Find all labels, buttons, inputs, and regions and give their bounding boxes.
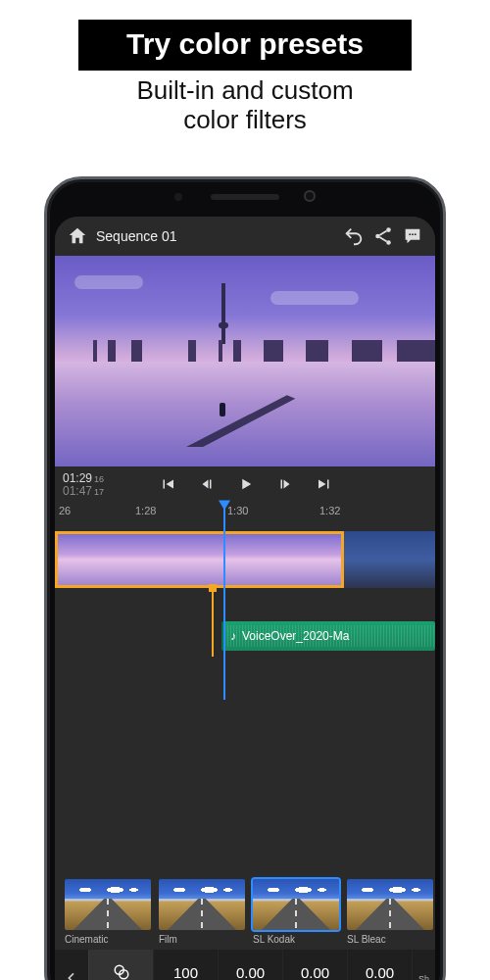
preset-sl-kodak[interactable]: SL Kodak	[253, 879, 339, 946]
preset-label: Cinematic	[65, 934, 151, 946]
audio-clip-label: VoiceOver_2020-Ma	[242, 629, 349, 643]
promo-subtitle: Built-in and custom color filters	[0, 76, 490, 135]
param-intensity[interactable]: 100 Intensity	[153, 950, 218, 980]
preview-monitor[interactable]	[55, 256, 435, 466]
frame-forward-icon[interactable]	[276, 475, 294, 496]
param-exposure[interactable]: 0.00 Exposure	[218, 950, 282, 980]
preset-cinematic[interactable]: Cinematic	[65, 879, 151, 946]
skip-back-icon[interactable]	[159, 475, 176, 496]
phone-speaker	[211, 194, 279, 200]
ruler-label: 26	[59, 505, 71, 516]
preview-water	[55, 362, 435, 466]
top-bar: Sequence 01	[55, 217, 435, 256]
ruler-label: 1:28	[135, 505, 156, 516]
comment-icon[interactable]	[402, 225, 423, 247]
timecode-out: 01:47	[63, 484, 92, 498]
frame-back-icon[interactable]	[198, 475, 216, 496]
param-shadows[interactable]: Sh	[412, 950, 435, 980]
home-icon[interactable]	[67, 225, 88, 247]
trim-marker[interactable]	[212, 588, 214, 657]
preview-person	[220, 403, 225, 416]
share-icon[interactable]	[372, 225, 394, 247]
transport-buttons	[112, 475, 380, 496]
promo-subtitle-line2: color filters	[0, 106, 490, 135]
timecode-display: 01:2916 01:4717	[63, 472, 104, 498]
skip-forward-icon[interactable]	[316, 475, 333, 496]
presets-panel: Cinematic Film SL Kodak SL Bleac	[55, 873, 435, 950]
param-builtin-presets[interactable]: Built-In Presets	[88, 950, 153, 980]
video-clip-2[interactable]	[344, 531, 435, 588]
ruler-label: 1:32	[319, 505, 340, 516]
param-value: 0.00	[236, 964, 265, 981]
param-label: Sh	[418, 974, 429, 980]
param-contrast[interactable]: 0.00 Contrast	[282, 950, 347, 980]
presets-icon	[113, 963, 130, 981]
timeline[interactable]: ♪ VoiceOver_2020-Ma	[55, 523, 435, 680]
svg-point-5	[415, 233, 416, 235]
svg-point-3	[409, 233, 411, 235]
param-value: 0.00	[301, 964, 329, 981]
play-icon[interactable]	[237, 475, 255, 496]
timecode-in-frames: 16	[94, 474, 104, 484]
app-screen: Sequence 01 01:2916	[55, 217, 435, 980]
time-ruler[interactable]: 26 1:28 1:30 1:32	[55, 502, 435, 523]
video-track[interactable]	[55, 531, 435, 588]
back-button[interactable]	[55, 950, 88, 980]
preset-label: SL Kodak	[253, 934, 339, 946]
music-note-icon: ♪	[230, 629, 236, 643]
svg-point-4	[412, 233, 414, 235]
video-clip-1[interactable]	[55, 531, 344, 588]
preset-label: SL Bleac	[347, 934, 433, 946]
ruler-label: 1:30	[227, 505, 248, 516]
param-value: 0.00	[366, 964, 394, 981]
promo-title: Try color presets	[78, 20, 412, 71]
timecode-in: 01:29	[63, 471, 92, 485]
presets-scroll[interactable]: Cinematic Film SL Kodak SL Bleac	[59, 879, 431, 946]
audio-clip[interactable]: ♪ VoiceOver_2020-Ma	[221, 621, 435, 651]
timecode-out-frames: 17	[94, 487, 104, 497]
playhead[interactable]	[223, 502, 225, 700]
preset-sl-bleach[interactable]: SL Bleac	[347, 879, 433, 946]
sequence-title[interactable]: Sequence 01	[96, 228, 177, 244]
transport-bar: 01:2916 01:4717	[55, 466, 435, 502]
promo-subtitle-line1: Built-in and custom	[0, 76, 490, 106]
phone-frame: Sequence 01 01:2916	[44, 176, 446, 980]
phone-camera	[304, 190, 316, 202]
param-value: 100	[173, 964, 198, 981]
param-highlights[interactable]: 0.00 Highlights	[347, 950, 412, 980]
preset-label: Film	[159, 934, 245, 946]
preview-tower	[221, 283, 225, 344]
phone-sensor	[174, 193, 182, 201]
params-bar: Built-In Presets 100 Intensity 0.00 Expo…	[55, 950, 435, 980]
undo-icon[interactable]	[343, 225, 365, 247]
preset-film[interactable]: Film	[159, 879, 245, 946]
